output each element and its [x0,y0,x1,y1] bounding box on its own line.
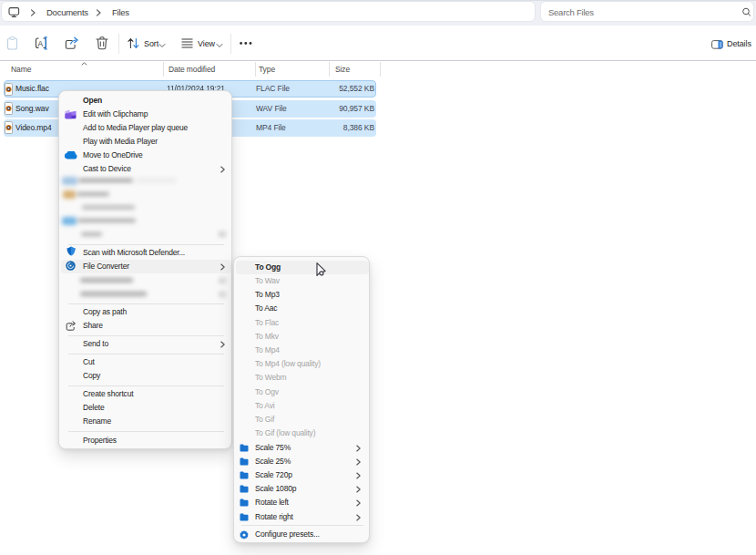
svg-text:A: A [38,39,44,48]
